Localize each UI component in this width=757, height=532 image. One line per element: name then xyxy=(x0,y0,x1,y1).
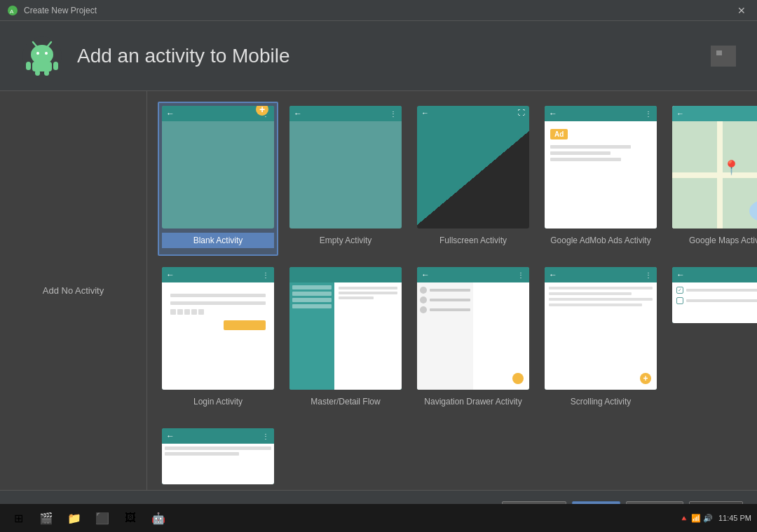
masterdetail-activity-label: Master/Detail Flow xyxy=(289,394,402,409)
scrolling-activity-card[interactable]: ← ⋮ + Scrolling Activity xyxy=(540,263,661,417)
tabbed-activity-preview: ← ⋮ xyxy=(162,428,274,484)
taskbar-film[interactable]: 🎬 xyxy=(34,507,59,529)
page-title: Add an activity to Mobile xyxy=(77,45,290,67)
admob-activity-label: Google AdMob Ads Activity xyxy=(545,233,657,248)
login-activity-card[interactable]: ← ⋮ Lo xyxy=(158,263,278,417)
taskbar: ⊞ 🎬 📁 ⬛ 🖼 🤖 🔺 📶 🔊 11:45 PM xyxy=(0,504,757,532)
grid-view-icon xyxy=(716,50,730,62)
title-bar-left: A Create New Project xyxy=(7,5,97,16)
empty-activity-preview: ← ⋮ xyxy=(289,106,402,229)
svg-point-3 xyxy=(31,45,53,64)
empty-activity-label: Empty Activity xyxy=(289,233,402,248)
taskbar-start[interactable]: ⊞ xyxy=(6,507,31,529)
svg-rect-12 xyxy=(44,70,49,76)
taskbar-explorer[interactable]: 📁 xyxy=(62,507,87,529)
navdrawer-activity-preview: ← ⋮ xyxy=(417,267,529,390)
admob-activity-preview: ← ⋮ Ad xyxy=(545,106,657,229)
settings-activity-preview: ← ⋮ ✓ xyxy=(672,267,757,323)
fullscreen-activity-preview: ← ⛶ xyxy=(417,106,529,229)
svg-rect-15 xyxy=(716,57,722,62)
svg-rect-13 xyxy=(716,50,722,55)
taskbar-android[interactable]: 🤖 xyxy=(146,507,171,529)
fullscreen-activity-label: Fullscreen Activity xyxy=(417,233,529,248)
title-bar: A Create New Project ✕ xyxy=(0,0,757,21)
svg-text:A: A xyxy=(10,8,14,15)
navdrawer-activity-card[interactable]: ← ⋮ Navigation Drawer Activity xyxy=(413,263,533,417)
no-activity-label: Add No Activity xyxy=(43,285,104,296)
svg-rect-14 xyxy=(723,50,729,55)
taskbar-sys-icons: 🔺 📶 🔊 xyxy=(679,514,713,523)
blank-activity-label: Blank Activity xyxy=(162,233,274,248)
login-activity-label: Login Activity xyxy=(162,394,274,409)
maps-activity-preview: ← ⋮ 📍 xyxy=(672,106,757,229)
blank-activity-card[interactable]: ← ⋮ + Blank Activity xyxy=(158,102,278,256)
header-icons xyxy=(711,46,736,67)
main-content: Add No Activity ← ⋮ + Blank Activity ← ⋮ xyxy=(0,91,757,490)
layout-toggle-button[interactable] xyxy=(711,46,736,67)
login-activity-preview: ← ⋮ xyxy=(162,267,274,390)
maps-activity-card[interactable]: ← ⋮ 📍 Google Maps Activity xyxy=(668,102,757,256)
svg-point-7 xyxy=(45,52,48,55)
scrolling-activity-preview: ← ⋮ + xyxy=(545,267,657,390)
blank-activity-preview: ← ⋮ + xyxy=(162,106,274,229)
taskbar-right: 🔺 📶 🔊 11:45 PM xyxy=(679,514,751,523)
scrolling-activity-label: Scrolling Activity xyxy=(545,394,657,409)
close-button[interactable]: ✕ xyxy=(733,4,750,18)
empty-activity-card[interactable]: ← ⋮ Empty Activity xyxy=(285,102,406,256)
maps-activity-label: Google Maps Activity xyxy=(672,233,757,248)
fullscreen-activity-card[interactable]: ← ⛶ Fullscreen Activity xyxy=(413,102,533,256)
header: Add an activity to Mobile xyxy=(0,21,757,91)
svg-rect-10 xyxy=(53,62,58,70)
svg-rect-11 xyxy=(35,70,40,76)
admob-activity-card[interactable]: ← ⋮ Ad Google AdMob Ads Activity xyxy=(540,102,661,256)
taskbar-time: 11:45 PM xyxy=(718,514,751,522)
taskbar-image[interactable]: 🖼 xyxy=(118,507,143,529)
svg-rect-9 xyxy=(26,62,31,70)
android-studio-icon: A xyxy=(7,5,18,16)
tabbed-activity-card[interactable]: ← ⋮ xyxy=(158,424,278,490)
taskbar-terminal[interactable]: ⬛ xyxy=(90,507,115,529)
title-bar-title: Create New Project xyxy=(24,6,97,15)
navdrawer-activity-label: Navigation Drawer Activity xyxy=(417,394,529,409)
svg-rect-8 xyxy=(32,62,52,71)
masterdetail-activity-preview xyxy=(289,267,402,390)
android-logo xyxy=(21,35,63,77)
settings-activity-card[interactable]: ← ⋮ ✓ xyxy=(668,263,757,417)
svg-rect-16 xyxy=(723,57,729,62)
no-activity-option[interactable]: Add No Activity xyxy=(0,91,147,490)
masterdetail-activity-card[interactable]: Master/Detail Flow xyxy=(285,263,406,417)
svg-point-6 xyxy=(36,52,39,55)
activity-grid: ← ⋮ + Blank Activity ← ⋮ Empty Activity xyxy=(147,91,757,490)
